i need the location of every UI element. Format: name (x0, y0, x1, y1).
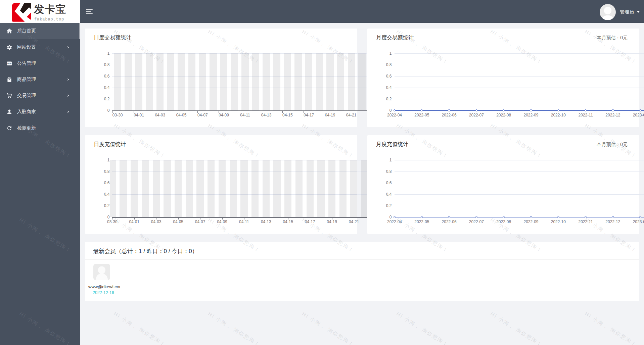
svg-text:NEW: NEW (7, 62, 11, 64)
